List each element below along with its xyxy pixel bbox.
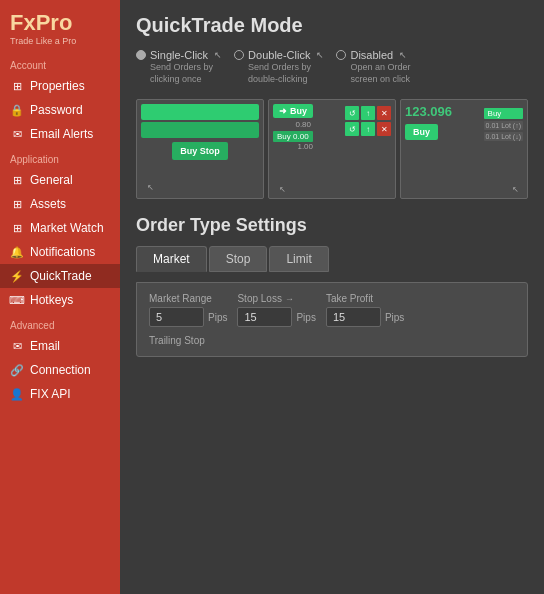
sidebar-item-connection[interactable]: 🔗 Connection [0, 358, 120, 382]
sidebar-item-label: General [30, 173, 73, 187]
panel3-lot2: 0.01 Lot (↓) [484, 132, 523, 141]
stop-loss-input[interactable] [237, 307, 292, 327]
panel3-buy-btn: Buy [484, 108, 523, 119]
x-icon1: ✕ [377, 106, 391, 120]
field-group-take-profit: Take Profit Pips [326, 293, 404, 327]
panel2-row2: ↺ ↑ ✕ [345, 122, 391, 136]
take-profit-label: Take Profit [326, 293, 404, 304]
x-icon2: ✕ [377, 122, 391, 136]
stop-loss-arrow-icon: → [285, 294, 294, 304]
tab-market[interactable]: Market [136, 246, 207, 272]
preview-panel-double: ➜ Buy 0.80 Buy 0.00 1.00 ↺ ↑ ✕ ↺ ↑ ✕ [268, 99, 396, 199]
order-type-title: Order Type Settings [136, 215, 528, 236]
cursor-icon: ↖ [214, 50, 222, 60]
tab-limit[interactable]: Limit [269, 246, 328, 272]
cursor3-icon: ↖ [399, 50, 407, 60]
preview-panel-disabled: 123.096 Buy Buy 0.01 Lot (↑) 0.01 Lot (↓… [400, 99, 528, 199]
panel3-price: 123.096 [405, 104, 452, 119]
assets-icon: ⊞ [10, 197, 24, 211]
sidebar-item-assets[interactable]: ⊞ Assets [0, 192, 120, 216]
buy-price-panel2: Buy 0.00 [273, 131, 313, 142]
sidebar-item-label: Notifications [30, 245, 95, 259]
panel1-bar1 [141, 104, 259, 120]
price-small-panel2: 0.80 [273, 120, 313, 129]
sidebar-item-quicktrade[interactable]: ⚡ QuickTrade [0, 264, 120, 288]
price-1-panel2: 1.00 [273, 142, 313, 151]
panel1-bar2 [141, 122, 259, 138]
panel3-lot1: 0.01 Lot (↑) [484, 121, 523, 130]
radio-double-click[interactable] [234, 50, 244, 60]
market-range-unit: Pips [208, 312, 227, 323]
disabled-label: Disabled [350, 49, 393, 61]
sidebar-item-label: Email Alerts [30, 127, 93, 141]
arrow-right-icon: ➜ [279, 106, 287, 116]
sidebar-item-label: Email [30, 339, 60, 353]
sidebar-item-general[interactable]: ⊞ General [0, 168, 120, 192]
general-icon: ⊞ [10, 173, 24, 187]
connection-icon: 🔗 [10, 363, 24, 377]
logo-fx: Fx [10, 10, 36, 35]
sidebar-item-label: FIX API [30, 387, 71, 401]
section-label-account: Account [0, 52, 120, 74]
up2-icon: ↑ [361, 122, 375, 136]
panel1-cursor: ↖ [147, 183, 154, 192]
section-label-application: Application [0, 146, 120, 168]
quicktrade-options: Single-Click ↖ Send Orders byclicking on… [136, 49, 528, 85]
main-content: QuickTrade Mode Single-Click ↖ Send Orde… [120, 0, 544, 594]
properties-icon: ⊞ [10, 79, 24, 93]
sidebar-item-label: Assets [30, 197, 66, 211]
market-range-label: Market Range [149, 293, 227, 304]
double-click-desc: Send Orders bydouble-clicking [234, 62, 311, 85]
sidebar-item-email[interactable]: ✉ Email [0, 334, 120, 358]
single-click-desc: Send Orders byclicking once [136, 62, 213, 85]
panel2-cursor: ↖ [279, 185, 286, 194]
sidebar-item-fix-api[interactable]: 👤 FIX API [0, 382, 120, 406]
logo: FxPro Trade Like a Pro [0, 0, 120, 52]
logo-text: FxPro [10, 12, 110, 34]
quicktrade-icon: ⚡ [10, 269, 24, 283]
sidebar-item-password[interactable]: 🔒 Password [0, 98, 120, 122]
rotate2-icon: ↺ [345, 122, 359, 136]
cursor2-icon: ↖ [316, 50, 324, 60]
sidebar-item-email-alerts[interactable]: ✉ Email Alerts [0, 122, 120, 146]
up-icon: ↑ [361, 106, 375, 120]
radio-single-click[interactable] [136, 50, 146, 60]
option-double-click[interactable]: Double-Click ↖ Send Orders bydouble-clic… [234, 49, 324, 85]
sidebar-item-label: Properties [30, 79, 85, 93]
market-watch-icon: ⊞ [10, 221, 24, 235]
buy-button-panel2: ➜ Buy [273, 104, 313, 118]
notifications-icon: 🔔 [10, 245, 24, 259]
hotkeys-icon: ⌨ [10, 293, 24, 307]
sidebar-item-properties[interactable]: ⊞ Properties [0, 74, 120, 98]
order-tabs: Market Stop Limit [136, 246, 528, 272]
market-range-input[interactable] [149, 307, 204, 327]
stop-loss-label: Stop Loss → [237, 293, 315, 304]
market-range-input-row: Pips [149, 307, 227, 327]
option-single-click[interactable]: Single-Click ↖ Send Orders byclicking on… [136, 49, 222, 85]
preview-panels: Buy Stop ↖ ➜ Buy 0.80 Buy 0.00 1.00 ↺ [136, 99, 528, 199]
sidebar-item-label: Hotkeys [30, 293, 73, 307]
take-profit-input[interactable] [326, 307, 381, 327]
take-profit-input-row: Pips [326, 307, 404, 327]
stop-loss-unit: Pips [296, 312, 315, 323]
buy-stop-button[interactable]: Buy Stop [172, 142, 228, 160]
section-label-advanced: Advanced [0, 312, 120, 334]
email-icon: ✉ [10, 339, 24, 353]
sidebar-item-market-watch[interactable]: ⊞ Market Watch [0, 216, 120, 240]
panel2-row1: ↺ ↑ ✕ [345, 106, 391, 120]
buy-button-panel3: Buy [405, 124, 438, 140]
email-alerts-icon: ✉ [10, 127, 24, 141]
option-disabled[interactable]: Disabled ↖ Open an Orderscreen on click [336, 49, 410, 85]
logo-tagline: Trade Like a Pro [10, 36, 110, 46]
tab-stop[interactable]: Stop [209, 246, 268, 272]
sidebar-item-notifications[interactable]: 🔔 Notifications [0, 240, 120, 264]
sidebar-item-label: Connection [30, 363, 91, 377]
sidebar-item-label: QuickTrade [30, 269, 92, 283]
field-group-stop-loss: Stop Loss → Pips [237, 293, 315, 327]
sidebar-item-hotkeys[interactable]: ⌨ Hotkeys [0, 288, 120, 312]
radio-disabled[interactable] [336, 50, 346, 60]
preview-panel-single: Buy Stop ↖ [136, 99, 264, 199]
field-group-market-range: Market Range Pips [149, 293, 227, 327]
trailing-stop-label: Trailing Stop [149, 335, 515, 346]
panel3-cursor: ↖ [512, 185, 519, 194]
